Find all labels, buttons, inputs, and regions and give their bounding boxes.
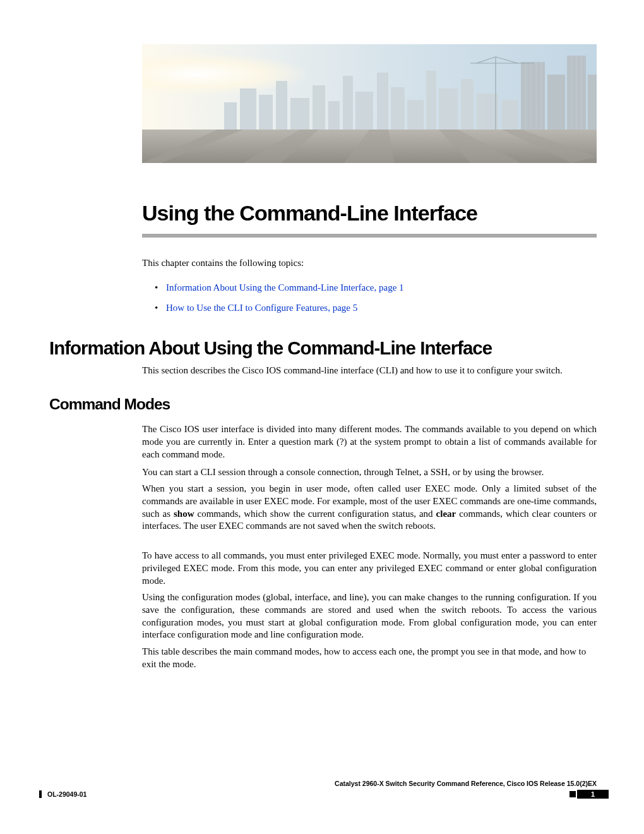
svg-rect-12 <box>290 98 309 130</box>
toc-link-1[interactable]: Information About Using the Command-Line… <box>166 282 404 293</box>
chapter-intro: This chapter contains the following topi… <box>142 258 304 269</box>
svg-rect-17 <box>377 73 388 130</box>
toc-list: •Information About Using the Command-Lin… <box>155 278 404 318</box>
footer-page-number: 1 <box>577 790 609 799</box>
svg-rect-28 <box>588 75 597 130</box>
svg-rect-15 <box>343 76 353 130</box>
subsection-heading-command-modes: Command Modes <box>49 396 170 413</box>
section-desc: This section describes the Cisco IOS com… <box>142 365 597 376</box>
svg-rect-9 <box>240 88 256 130</box>
paragraph: You can start a CLI session through a co… <box>142 466 597 479</box>
paragraph: Using the configuration modes (global, i… <box>142 591 597 641</box>
svg-rect-13 <box>313 85 325 130</box>
footer-square-icon <box>569 791 576 797</box>
svg-rect-23 <box>477 94 498 130</box>
toc-link-2[interactable]: How to Use the CLI to Configure Features… <box>166 303 357 313</box>
bold-show: show <box>174 509 194 519</box>
svg-rect-19 <box>407 100 424 130</box>
svg-rect-16 <box>355 92 373 130</box>
bold-clear: clear <box>436 509 456 519</box>
paragraph: The Cisco IOS user interface is divided … <box>142 423 597 461</box>
svg-rect-18 <box>391 87 405 130</box>
chapter-banner-image <box>142 44 597 163</box>
toc-item: •How to Use the CLI to Configure Feature… <box>155 298 404 318</box>
section-heading-info: Information About Using the Command-Line… <box>49 337 492 359</box>
footer-doc-id: OL-29049-01 <box>47 790 86 798</box>
footer-book-title: Catalyst 2960-X Switch Security Command … <box>335 780 597 787</box>
svg-rect-26 <box>547 75 565 130</box>
svg-rect-22 <box>461 79 474 130</box>
svg-rect-11 <box>276 81 287 130</box>
svg-rect-8 <box>224 102 237 130</box>
footer-page-box: 1 <box>569 790 609 799</box>
svg-rect-24 <box>502 100 518 130</box>
text-run: commands, which show the current configu… <box>194 509 436 519</box>
svg-rect-21 <box>439 88 458 130</box>
svg-rect-14 <box>328 101 340 130</box>
footer-left-bar <box>39 790 42 798</box>
chapter-title: Using the Command-Line Interface <box>142 201 477 226</box>
paragraph: To have access to all commands, you must… <box>142 550 597 587</box>
title-rule <box>142 234 597 238</box>
page-container: Using the Command-Line Interface This ch… <box>0 0 644 834</box>
toc-item: •Information About Using the Command-Lin… <box>155 278 404 298</box>
svg-rect-10 <box>259 95 273 130</box>
paragraph: When you start a session, you begin in u… <box>142 483 597 533</box>
svg-rect-20 <box>426 71 436 130</box>
paragraph: This table describes the main command mo… <box>142 646 597 671</box>
